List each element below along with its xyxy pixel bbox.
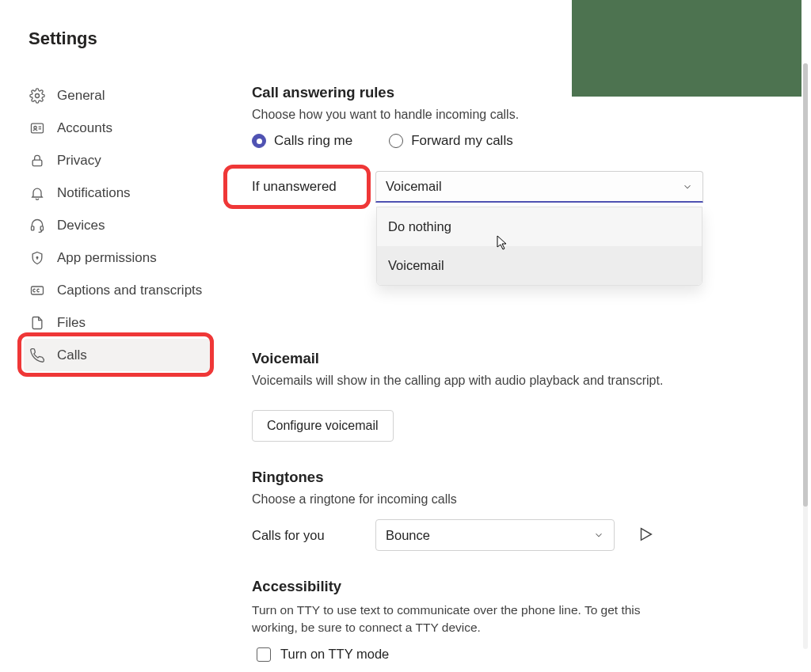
sidebar-item-calls[interactable]: Calls [24, 339, 214, 371]
sidebar-item-files[interactable]: Files [24, 306, 214, 339]
voicemail-desc: Voicemails will show in the calling app … [252, 374, 703, 388]
sidebar-item-devices[interactable]: Devices [24, 209, 214, 241]
bell-icon [29, 184, 46, 202]
calls-for-you-select[interactable]: Bounce [375, 519, 615, 551]
settings-content: Call answering rules Choose how you want… [252, 84, 703, 662]
sidebar-item-notifications[interactable]: Notifications [24, 177, 214, 209]
svg-rect-7 [40, 226, 43, 230]
radio-label: Forward my calls [411, 133, 512, 149]
section-call-rules: Call answering rules Choose how you want… [252, 84, 703, 203]
sidebar-item-label: Calls [57, 347, 87, 363]
if-unanswered-select[interactable]: Voicemail Do nothing Voicemail [375, 171, 703, 203]
if-unanswered-label: If unanswered [252, 179, 375, 195]
headset-icon [29, 217, 46, 234]
ringtones-desc: Choose a ringtone for incoming calls [252, 492, 703, 507]
tty-checkbox-row[interactable]: Turn on TTY mode [257, 647, 703, 662]
scrollbar[interactable] [803, 63, 808, 649]
section-ringtones: Ringtones Choose a ringtone for incoming… [252, 469, 703, 551]
radio-calls-ring-me[interactable]: Calls ring me [252, 133, 352, 149]
gear-icon [29, 87, 46, 104]
ringtones-title: Ringtones [252, 469, 703, 486]
voicemail-title: Voicemail [252, 350, 703, 367]
sidebar-item-general[interactable]: General [24, 79, 214, 112]
shield-icon [29, 249, 46, 267]
section-voicemail: Voicemail Voicemails will show in the ca… [252, 350, 703, 442]
accessibility-title: Accessibility [252, 578, 703, 595]
select-value: Voicemail [386, 179, 442, 194]
phone-icon [29, 347, 46, 364]
radio-circle-icon [389, 134, 403, 148]
radio-circle-icon [252, 134, 266, 148]
svg-rect-6 [32, 226, 34, 230]
scrollbar-thumb[interactable] [803, 63, 808, 507]
svg-point-8 [36, 256, 38, 258]
accessibility-desc: Turn on TTY to use text to communicate o… [252, 602, 648, 636]
section-accessibility: Accessibility Turn on TTY to use text to… [252, 578, 703, 662]
lock-icon [29, 152, 46, 169]
svg-rect-5 [32, 160, 42, 166]
settings-sidebar: General Accounts Privacy Notifications D… [24, 79, 214, 371]
configure-voicemail-button[interactable]: Configure voicemail [252, 410, 394, 442]
play-ringtone-button[interactable] [637, 526, 656, 545]
cc-icon [29, 282, 46, 299]
checkbox-icon [257, 647, 271, 662]
svg-point-0 [36, 93, 40, 97]
svg-point-2 [34, 126, 36, 128]
select-value: Bounce [386, 528, 430, 543]
sidebar-item-label: Privacy [57, 153, 101, 169]
sidebar-item-captions[interactable]: Captions and transcripts [24, 274, 214, 306]
call-rules-title: Call answering rules [252, 84, 703, 101]
decorative-block [572, 0, 801, 97]
chevron-down-icon [682, 181, 693, 192]
call-rules-desc: Choose how you want to handle incoming c… [252, 108, 703, 122]
sidebar-item-label: App permissions [57, 250, 157, 266]
sidebar-item-accounts[interactable]: Accounts [24, 112, 214, 144]
file-icon [29, 314, 46, 332]
svg-marker-11 [642, 529, 652, 541]
radio-label: Calls ring me [274, 133, 352, 149]
svg-rect-1 [32, 123, 44, 133]
sidebar-item-privacy[interactable]: Privacy [24, 144, 214, 177]
sidebar-item-label: Notifications [57, 185, 131, 201]
if-unanswered-dropdown: Do nothing Voicemail [376, 207, 702, 286]
sidebar-item-label: Files [57, 315, 86, 331]
option-voicemail[interactable]: Voicemail [377, 246, 702, 285]
checkbox-label: Turn on TTY mode [280, 647, 389, 662]
page-title: Settings [29, 28, 97, 49]
sidebar-item-label: Accounts [57, 120, 112, 136]
sidebar-item-label: Captions and transcripts [57, 283, 202, 298]
sidebar-item-label: General [57, 88, 105, 104]
sidebar-item-app-permissions[interactable]: App permissions [24, 241, 214, 274]
calls-for-you-label: Calls for you [252, 528, 375, 543]
option-do-nothing[interactable]: Do nothing [377, 207, 702, 246]
radio-forward-calls[interactable]: Forward my calls [389, 133, 512, 149]
id-card-icon [29, 120, 46, 137]
sidebar-item-label: Devices [57, 218, 105, 233]
chevron-down-icon [593, 530, 604, 541]
